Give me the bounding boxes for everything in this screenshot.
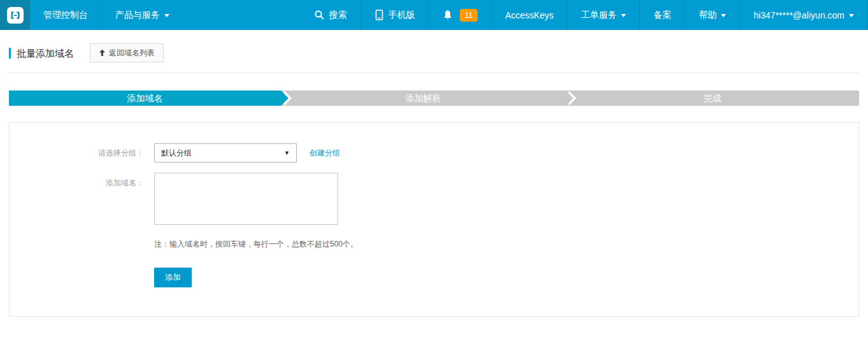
back-button-label: 返回域名列表 <box>109 48 155 59</box>
chevron-down-icon <box>849 14 854 17</box>
nav-mobile-label: 手机版 <box>388 10 415 21</box>
phone-icon <box>374 10 384 20</box>
nav-products-label: 产品与服务 <box>115 10 160 21</box>
chevron-down-icon <box>621 14 626 17</box>
group-select-value: 默认分组 <box>161 148 192 159</box>
group-select[interactable]: 默认分组 ▼ <box>154 143 297 162</box>
chevron-down-icon: ▼ <box>284 150 290 156</box>
nav-notifications[interactable]: 11 <box>429 0 491 30</box>
search-icon <box>314 10 325 20</box>
nav-accesskeys[interactable]: AccessKeys <box>492 0 567 30</box>
content-panel: 请选择分组： 默认分组 ▼ 创建分组 添加域名： 注：输入域名时，按回车键，每行… <box>9 122 859 317</box>
nav-ticket-label: 工单服务 <box>581 10 616 21</box>
aliyun-logo-icon <box>6 6 24 24</box>
nav-mobile[interactable]: 手机版 <box>361 0 429 30</box>
chevron-down-icon <box>721 14 726 17</box>
step-complete: 完成 <box>566 90 859 106</box>
step-add-resolution: 添加解析 <box>281 90 566 106</box>
nav-beian[interactable]: 备案 <box>640 0 685 30</box>
title-row: 批量添加域名 返回域名列表 <box>0 30 868 62</box>
nav-accesskeys-label: AccessKeys <box>505 10 553 20</box>
domains-input[interactable] <box>154 173 338 225</box>
add-button[interactable]: 添加 <box>154 268 192 287</box>
add-domains-row: 添加域名： <box>10 173 858 225</box>
add-domains-label: 添加域名： <box>10 173 144 189</box>
nav-help-label: 帮助 <box>699 10 716 21</box>
aliyun-logo[interactable] <box>0 0 30 30</box>
nav-beian-label: 备案 <box>653 10 671 21</box>
nav-account[interactable]: hi347*****@aliyun.com <box>740 0 867 30</box>
nav-search[interactable]: 搜索 <box>301 0 360 30</box>
nav-ticket-service[interactable]: 工单服务 <box>567 0 639 30</box>
nav-console-label: 管理控制台 <box>43 10 88 21</box>
step-add-domain: 添加域名 <box>9 90 281 106</box>
step-label: 完成 <box>704 93 722 103</box>
notification-badge: 11 <box>460 9 478 22</box>
arrow-up-icon <box>99 49 106 57</box>
group-select-label: 请选择分组： <box>10 148 144 159</box>
nav-right-group: 搜索 手机版 11 AccessKeys 工单服务 备案 <box>301 0 868 30</box>
nav-console[interactable]: 管理控制台 <box>30 0 101 30</box>
page-title: 批量添加域名 <box>9 48 74 59</box>
nav-help[interactable]: 帮助 <box>685 0 739 30</box>
create-group-link[interactable]: 创建分组 <box>309 148 340 159</box>
horizontal-divider <box>9 73 859 73</box>
nav-search-label: 搜索 <box>329 10 347 21</box>
step-label: 添加解析 <box>406 93 441 103</box>
bell-icon <box>443 10 453 21</box>
input-note: 注：输入域名时，按回车键，每行一个，总数不超过500个。 <box>154 239 858 250</box>
top-navbar: 管理控制台 产品与服务 搜索 手机版 11 AccessK <box>0 0 868 30</box>
step-label: 添加域名 <box>127 93 163 103</box>
nav-products[interactable]: 产品与服务 <box>102 0 183 30</box>
nav-account-label: hi347*****@aliyun.com <box>753 10 844 20</box>
chevron-down-icon <box>164 14 169 17</box>
group-select-row: 请选择分组： 默认分组 ▼ 创建分组 <box>10 143 858 162</box>
step-progress-bar: 添加域名 添加解析 完成 <box>9 90 859 106</box>
back-to-domain-list-button[interactable]: 返回域名列表 <box>90 43 164 62</box>
